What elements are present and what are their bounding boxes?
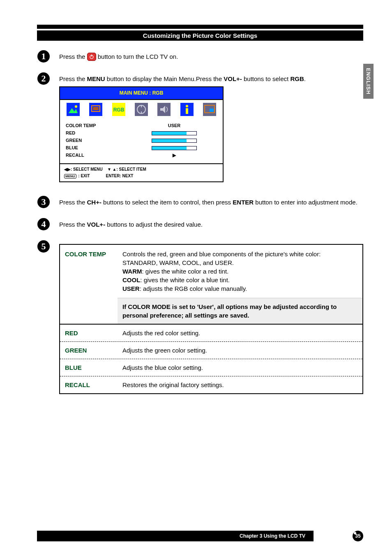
svg-text:2: 2: [42, 73, 46, 84]
osd-tab-info: [180, 102, 194, 116]
osd-tab-pip: [203, 102, 217, 116]
osd-value: USER: [131, 123, 217, 129]
osd-tab-display: [89, 102, 103, 116]
table-note: If COLOR MODE is set to 'User', all opti…: [118, 298, 362, 324]
step-2-text: Press the MENU button to display the Mai…: [59, 74, 363, 182]
svg-text:RGB: RGB: [113, 107, 124, 113]
text-bold: VOL+-: [224, 75, 242, 82]
osd-label: RED: [66, 130, 131, 136]
text: : adjusts the RGB color value manually.: [140, 285, 247, 292]
table-label: BLUE: [65, 363, 122, 372]
step-4: 4 Press the VOL+- buttons to adjust the …: [37, 220, 363, 231]
step-number-3: 3: [37, 195, 50, 209]
text: : gives the white color a blue tint.: [140, 276, 230, 283]
osd-label: GREEN: [66, 137, 131, 144]
step-number-4: 4: [37, 218, 50, 231]
osd-tab-image: [66, 102, 80, 116]
text: button to display the Main Menu.Press th…: [105, 75, 224, 82]
down-up-icon: ▼ ▲: [107, 167, 117, 172]
table-label: RED: [65, 329, 122, 337]
step-number-1: 1: [37, 50, 50, 63]
power-icon: [87, 53, 96, 61]
text: button to turn the LCD TV on.: [98, 53, 178, 60]
svg-rect-25: [210, 109, 214, 112]
osd-tab-rgb: RGB: [112, 102, 126, 116]
table-desc: Restores the original factory settings.: [122, 381, 357, 389]
settings-table: COLOR TEMP Controls the red, green and b…: [59, 244, 363, 394]
left-right-icon: ◀▶: [64, 167, 71, 172]
svg-rect-22: [186, 108, 188, 114]
table-desc: Controls the red, green and blue compone…: [122, 250, 357, 319]
step-5: 5 COLOR TEMP Controls the red, green and…: [37, 242, 363, 394]
text-bold: RGB: [290, 75, 304, 82]
text-bold: MENU: [87, 75, 105, 82]
footer-text: : EXIT: [77, 174, 90, 178]
step-4-text: Press the VOL+- buttons to adjust the de…: [59, 220, 363, 229]
step-number-2: 2: [37, 72, 50, 85]
footer-chapter: Chapter 3 Using the LCD TV: [240, 533, 314, 539]
svg-rect-11: [93, 107, 99, 110]
text: Press the: [59, 199, 87, 206]
osd-tab-sound: [157, 102, 171, 116]
step-3-text: Press the CH+- buttons to select the ite…: [59, 198, 363, 207]
svg-rect-6: [67, 103, 80, 116]
table-desc: Adjusts the green color setting.: [122, 346, 357, 355]
step-1-text: Press the button to turn the LCD TV on.: [59, 52, 363, 61]
footer-text: : SELECT ITEM: [116, 167, 146, 172]
svg-rect-3: [91, 54, 92, 56]
svg-text:5: 5: [42, 241, 46, 251]
osd-label: COLOR TEMP: [66, 123, 131, 129]
text: buttons to select: [242, 75, 291, 82]
osd-row-green: GREEN: [66, 137, 217, 144]
table-label: COLOR TEMP: [65, 250, 122, 319]
footer-bar: Chapter 3 Using the LCD TV: [37, 531, 314, 541]
osd-icon-row: RGB: [60, 100, 223, 119]
footer-text: ENTER: NEXT: [106, 174, 134, 178]
text: : gives the white color a red tint.: [142, 268, 229, 275]
step-1: 1 Press the button to turn the LCD TV on…: [37, 52, 363, 63]
step-2: 2 Press the MENU button to display the M…: [37, 74, 363, 182]
menu-key-icon: MENU: [64, 174, 76, 179]
table-row-green: GREEN Adjusts the green color setting.: [60, 342, 362, 359]
svg-point-8: [75, 105, 77, 108]
text-bold: CH+-: [87, 199, 101, 206]
table-row-blue: BLUE Adjusts the blue color setting.: [60, 359, 362, 376]
page: Customizing the Picture Color Settings E…: [0, 0, 392, 557]
table-row-recall: RECALL Restores the original factory set…: [60, 376, 362, 393]
step-3: 3 Press the CH+- buttons to select the i…: [37, 198, 363, 209]
text: Press the: [59, 75, 87, 82]
step-number-5: 5: [37, 240, 50, 253]
svg-text:3: 3: [42, 197, 46, 207]
osd-row-colortemp: COLOR TEMP USER: [66, 122, 217, 130]
text-bold: ENTER: [233, 199, 254, 206]
text: Press the: [59, 53, 87, 60]
step-5-body: COLOR TEMP Controls the red, green and b…: [59, 242, 363, 394]
text: buttons to adjust the desired value.: [105, 221, 203, 228]
osd-row-red: RED: [66, 130, 217, 137]
table-label: RECALL: [65, 381, 122, 389]
text: Press the: [59, 221, 87, 228]
osd-row-recall: RECALL ▶: [66, 152, 217, 159]
svg-text:1: 1: [42, 51, 46, 61]
osd-slider: [131, 139, 217, 143]
text: buttons to select the item to control, t…: [101, 199, 233, 206]
osd-body: COLOR TEMP USER RED GREEN BLUE: [60, 119, 223, 163]
table-desc: Adjusts the blue color setting.: [122, 363, 357, 372]
text-bold: VOL+-: [87, 221, 106, 228]
osd-slider: [131, 146, 217, 150]
section-title: Customizing the Picture Color Settings: [37, 30, 363, 41]
table-row-red: RED Adjusts the red color setting.: [60, 325, 362, 342]
osd-row-blue: BLUE: [66, 144, 217, 152]
osd-label: BLUE: [66, 145, 131, 151]
osd-label: RECALL: [66, 152, 131, 158]
text-bold: WARM: [122, 268, 142, 275]
text-bold: USER: [122, 285, 140, 292]
page-footer: Chapter 3 Using the LCD TV 35: [37, 531, 363, 541]
osd-arrow-icon: ▶: [131, 152, 217, 158]
svg-point-21: [186, 105, 188, 107]
osd-slider: [131, 131, 217, 135]
text: Controls the red, green and blue compone…: [122, 250, 357, 267]
osd-panel: MAIN MENU : RGB RGB COLOR TEMP USER: [59, 86, 224, 182]
table-row-colortemp: COLOR TEMP Controls the red, green and b…: [60, 245, 362, 325]
svg-text:4: 4: [42, 219, 46, 229]
